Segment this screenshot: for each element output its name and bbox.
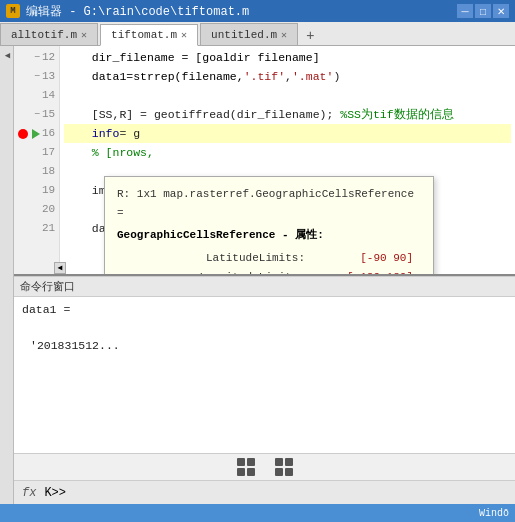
code-line-14 <box>64 86 511 105</box>
command-content[interactable]: data1 = '201831512... <box>14 297 515 454</box>
tab-label: alltotif.m <box>11 29 77 41</box>
code-line-13: data1=strrep(filename,'.tif','.mat') <box>64 67 511 86</box>
tooltip-row: LatitudeLimits: [-90 90] <box>117 249 421 268</box>
tab-label: untitled.m <box>211 29 277 41</box>
window-controls[interactable]: ─ □ ✕ <box>457 4 509 18</box>
main-editor-panel: −12 −13 14 −15 16 17 18 19 20 21 <box>14 46 515 504</box>
tooltip-row: LongitudeLimits: [-180 180] <box>117 268 421 276</box>
tab-label: tiftomat.m <box>111 29 177 41</box>
scroll-left-button[interactable]: ◀ <box>54 262 66 274</box>
add-tab-button[interactable]: + <box>300 25 320 45</box>
breakpoint-indicator <box>18 129 28 139</box>
tooltip-popup: R: 1x1 map.rasterref.GeographicCellsRefe… <box>104 176 434 276</box>
toggle-icon: ◀ <box>2 50 12 60</box>
code-line-17: % [nrows, <box>64 143 511 162</box>
tooltip-section: GeographicCellsReference - 属性: <box>117 226 421 245</box>
panels-row: ◀ −12 −13 14 −15 16 17 18 <box>0 46 515 504</box>
maximize-button[interactable]: □ <box>475 4 491 18</box>
left-toggle-panel[interactable]: ◀ <box>0 46 14 504</box>
tab-tiftomat[interactable]: tiftomat.m ✕ <box>100 24 198 46</box>
fx-label: fx <box>22 486 36 500</box>
command-line-blank <box>22 319 507 337</box>
command-line-1: data1 = <box>22 301 507 319</box>
status-text: Windō <box>479 508 509 519</box>
title-text: 编辑器 - G:\rain\code\tiftomat.m <box>26 3 451 20</box>
tab-untitled[interactable]: untitled.m ✕ <box>200 23 298 45</box>
close-button[interactable]: ✕ <box>493 4 509 18</box>
status-bar: Windō <box>0 504 515 522</box>
code-line-12: dir_filename = [goaldir filename] <box>64 48 511 67</box>
minimize-button[interactable]: ─ <box>457 4 473 18</box>
tab-close-tiftomat[interactable]: ✕ <box>181 29 187 41</box>
editor-container: ◀ −12 −13 14 −15 16 17 18 <box>0 46 515 522</box>
command-window: 命令行窗口 data1 = '201831512... <box>14 276 515 505</box>
code-line-16: info = g <box>64 124 511 143</box>
tab-close-untitled[interactable]: ✕ <box>281 29 287 41</box>
prompt-bar: fx K>> <box>14 480 515 504</box>
editor-pane[interactable]: −12 −13 14 −15 16 17 18 19 20 21 <box>14 46 515 276</box>
tab-close-alltotif[interactable]: ✕ <box>81 29 87 41</box>
grid-icon-2[interactable] <box>275 458 293 476</box>
tab-bar: alltotif.m ✕ tiftomat.m ✕ untitled.m ✕ + <box>0 22 515 46</box>
bottom-icons-row <box>14 453 515 480</box>
command-window-label: 命令行窗口 <box>14 277 515 297</box>
line-numbers: −12 −13 14 −15 16 17 18 19 20 21 <box>14 46 60 274</box>
tab-alltotif[interactable]: alltotif.m ✕ <box>0 23 98 45</box>
tooltip-header: R: 1x1 map.rasterref.GeographicCellsRefe… <box>117 185 421 222</box>
current-line-arrow <box>32 129 40 139</box>
app-icon: M <box>6 4 20 18</box>
tooltip-properties: LatitudeLimits: [-90 90] LongitudeLimits… <box>117 249 421 275</box>
grid-icon[interactable] <box>237 458 255 476</box>
title-bar: M 编辑器 - G:\rain\code\tiftomat.m ─ □ ✕ <box>0 0 515 22</box>
command-line-2: '201831512... <box>22 337 507 355</box>
code-line-15: [SS,R] = geotiffread(dir_filename); %SS为… <box>64 105 511 124</box>
prompt-text: K>> <box>44 486 66 500</box>
